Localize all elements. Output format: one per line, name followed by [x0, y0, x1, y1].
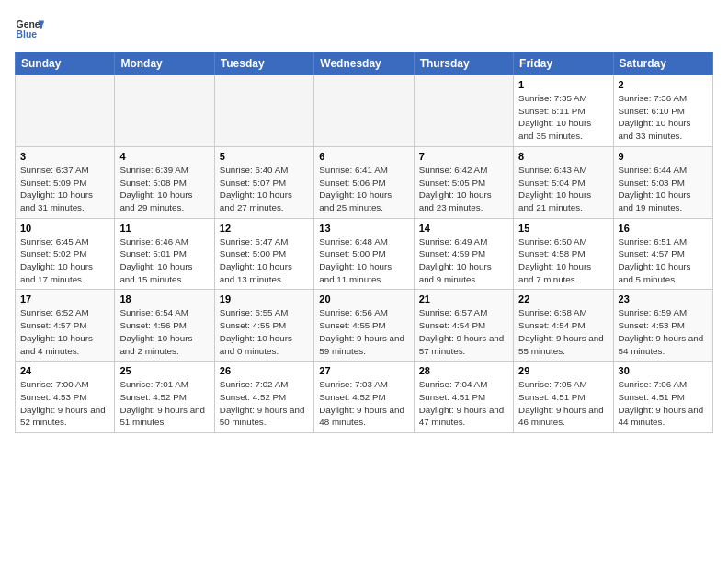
calendar-cell: 7Sunrise: 6:42 AM Sunset: 5:05 PM Daylig… — [414, 146, 513, 218]
day-info: Sunrise: 6:52 AM Sunset: 4:57 PM Dayligh… — [20, 306, 109, 357]
calendar-cell: 10Sunrise: 6:45 AM Sunset: 5:02 PM Dayli… — [16, 218, 115, 290]
day-number: 13 — [319, 223, 408, 234]
calendar-cell: 14Sunrise: 6:49 AM Sunset: 4:59 PM Dayli… — [414, 218, 513, 290]
day-info: Sunrise: 7:01 AM Sunset: 4:52 PM Dayligh… — [119, 378, 209, 429]
day-number: 7 — [419, 151, 508, 162]
day-info: Sunrise: 6:47 AM Sunset: 5:00 PM Dayligh… — [220, 236, 309, 286]
day-info: Sunrise: 6:49 AM Sunset: 4:59 PM Dayligh… — [419, 236, 508, 286]
day-number: 12 — [220, 223, 309, 234]
day-info: Sunrise: 7:03 AM Sunset: 4:52 PM Dayligh… — [319, 378, 408, 429]
day-info: Sunrise: 6:41 AM Sunset: 5:06 PM Dayligh… — [319, 164, 408, 214]
calendar-cell: 2Sunrise: 7:36 AM Sunset: 6:10 PM Daylig… — [613, 75, 712, 147]
calendar-cell: 26Sunrise: 7:02 AM Sunset: 4:52 PM Dayli… — [214, 362, 313, 433]
day-info: Sunrise: 6:58 AM Sunset: 4:54 PM Dayligh… — [518, 306, 608, 357]
weekday-header-monday: Monday — [115, 52, 214, 75]
day-info: Sunrise: 6:43 AM Sunset: 5:04 PM Dayligh… — [518, 164, 608, 214]
day-number: 20 — [319, 293, 408, 304]
day-number: 25 — [119, 365, 209, 376]
calendar-cell: 28Sunrise: 7:04 AM Sunset: 4:51 PM Dayli… — [414, 362, 513, 433]
calendar-cell: 9Sunrise: 6:44 AM Sunset: 5:03 PM Daylig… — [613, 146, 712, 218]
weekday-header-saturday: Saturday — [613, 52, 712, 75]
day-info: Sunrise: 6:39 AM Sunset: 5:08 PM Dayligh… — [119, 164, 209, 214]
day-info: Sunrise: 6:48 AM Sunset: 5:00 PM Dayligh… — [319, 236, 408, 286]
weekday-header-thursday: Thursday — [414, 52, 513, 75]
day-number: 16 — [619, 223, 708, 234]
day-info: Sunrise: 7:36 AM Sunset: 6:10 PM Dayligh… — [619, 92, 708, 143]
calendar-cell — [414, 75, 513, 147]
calendar-cell: 1Sunrise: 7:35 AM Sunset: 6:11 PM Daylig… — [514, 75, 613, 147]
day-number: 2 — [619, 79, 708, 90]
day-number: 30 — [619, 365, 708, 376]
day-number: 1 — [518, 79, 608, 90]
day-number: 10 — [20, 223, 109, 234]
day-number: 15 — [518, 223, 608, 234]
day-info: Sunrise: 6:57 AM Sunset: 4:54 PM Dayligh… — [419, 306, 508, 357]
calendar-cell: 16Sunrise: 6:51 AM Sunset: 4:57 PM Dayli… — [613, 218, 712, 290]
day-number: 27 — [319, 365, 408, 376]
calendar-cell: 8Sunrise: 6:43 AM Sunset: 5:04 PM Daylig… — [514, 146, 613, 218]
day-info: Sunrise: 7:00 AM Sunset: 4:53 PM Dayligh… — [20, 378, 109, 429]
day-number: 6 — [319, 151, 408, 162]
day-number: 8 — [518, 151, 608, 162]
day-number: 17 — [20, 293, 109, 304]
svg-text:Blue: Blue — [17, 29, 38, 40]
day-number: 14 — [419, 223, 508, 234]
day-info: Sunrise: 6:46 AM Sunset: 5:01 PM Dayligh… — [119, 236, 209, 286]
calendar-cell: 27Sunrise: 7:03 AM Sunset: 4:52 PM Dayli… — [314, 362, 414, 433]
calendar-cell: 18Sunrise: 6:54 AM Sunset: 4:56 PM Dayli… — [115, 290, 214, 362]
calendar-cell: 13Sunrise: 6:48 AM Sunset: 5:00 PM Dayli… — [314, 218, 414, 290]
day-number: 21 — [419, 293, 508, 304]
calendar: SundayMondayTuesdayWednesdayThursdayFrid… — [15, 52, 713, 433]
calendar-cell: 12Sunrise: 6:47 AM Sunset: 5:00 PM Dayli… — [214, 218, 313, 290]
weekday-header-wednesday: Wednesday — [314, 52, 414, 75]
day-info: Sunrise: 7:06 AM Sunset: 4:51 PM Dayligh… — [619, 378, 708, 429]
day-info: Sunrise: 6:59 AM Sunset: 4:53 PM Dayligh… — [619, 306, 708, 357]
logo: General Blue — [15, 15, 44, 44]
day-info: Sunrise: 7:04 AM Sunset: 4:51 PM Dayligh… — [419, 378, 508, 429]
weekday-header-sunday: Sunday — [16, 52, 115, 75]
header: General Blue — [15, 15, 713, 44]
day-info: Sunrise: 6:42 AM Sunset: 5:05 PM Dayligh… — [419, 164, 508, 214]
day-number: 28 — [419, 365, 508, 376]
day-info: Sunrise: 6:50 AM Sunset: 4:58 PM Dayligh… — [518, 236, 608, 286]
day-number: 4 — [119, 151, 209, 162]
day-info: Sunrise: 6:56 AM Sunset: 4:55 PM Dayligh… — [319, 306, 408, 357]
calendar-cell: 3Sunrise: 6:37 AM Sunset: 5:09 PM Daylig… — [16, 146, 115, 218]
calendar-cell — [115, 75, 214, 147]
day-info: Sunrise: 6:44 AM Sunset: 5:03 PM Dayligh… — [619, 164, 708, 214]
day-number: 23 — [619, 293, 708, 304]
day-number: 19 — [220, 293, 309, 304]
weekday-header-friday: Friday — [514, 52, 613, 75]
calendar-cell: 4Sunrise: 6:39 AM Sunset: 5:08 PM Daylig… — [115, 146, 214, 218]
logo-icon: General Blue — [15, 15, 44, 44]
calendar-cell — [16, 75, 115, 147]
weekday-header-tuesday: Tuesday — [214, 52, 313, 75]
calendar-cell — [214, 75, 313, 147]
day-info: Sunrise: 6:40 AM Sunset: 5:07 PM Dayligh… — [220, 164, 309, 214]
calendar-cell: 21Sunrise: 6:57 AM Sunset: 4:54 PM Dayli… — [414, 290, 513, 362]
calendar-cell: 23Sunrise: 6:59 AM Sunset: 4:53 PM Dayli… — [613, 290, 712, 362]
day-number: 26 — [220, 365, 309, 376]
day-number: 11 — [119, 223, 209, 234]
calendar-cell: 24Sunrise: 7:00 AM Sunset: 4:53 PM Dayli… — [16, 362, 115, 433]
calendar-cell — [314, 75, 414, 147]
day-info: Sunrise: 6:45 AM Sunset: 5:02 PM Dayligh… — [20, 236, 109, 286]
calendar-cell: 15Sunrise: 6:50 AM Sunset: 4:58 PM Dayli… — [514, 218, 613, 290]
calendar-cell: 20Sunrise: 6:56 AM Sunset: 4:55 PM Dayli… — [314, 290, 414, 362]
calendar-cell: 6Sunrise: 6:41 AM Sunset: 5:06 PM Daylig… — [314, 146, 414, 218]
day-number: 29 — [518, 365, 608, 376]
calendar-cell: 29Sunrise: 7:05 AM Sunset: 4:51 PM Dayli… — [514, 362, 613, 433]
day-number: 5 — [220, 151, 309, 162]
day-info: Sunrise: 6:37 AM Sunset: 5:09 PM Dayligh… — [20, 164, 109, 214]
day-info: Sunrise: 7:35 AM Sunset: 6:11 PM Dayligh… — [518, 92, 608, 143]
calendar-cell: 11Sunrise: 6:46 AM Sunset: 5:01 PM Dayli… — [115, 218, 214, 290]
calendar-cell: 30Sunrise: 7:06 AM Sunset: 4:51 PM Dayli… — [613, 362, 712, 433]
calendar-cell: 5Sunrise: 6:40 AM Sunset: 5:07 PM Daylig… — [214, 146, 313, 218]
day-number: 3 — [20, 151, 109, 162]
day-info: Sunrise: 7:02 AM Sunset: 4:52 PM Dayligh… — [220, 378, 309, 429]
day-number: 24 — [20, 365, 109, 376]
calendar-cell: 25Sunrise: 7:01 AM Sunset: 4:52 PM Dayli… — [115, 362, 214, 433]
day-number: 18 — [119, 293, 209, 304]
day-info: Sunrise: 6:51 AM Sunset: 4:57 PM Dayligh… — [619, 236, 708, 286]
calendar-cell: 19Sunrise: 6:55 AM Sunset: 4:55 PM Dayli… — [214, 290, 313, 362]
